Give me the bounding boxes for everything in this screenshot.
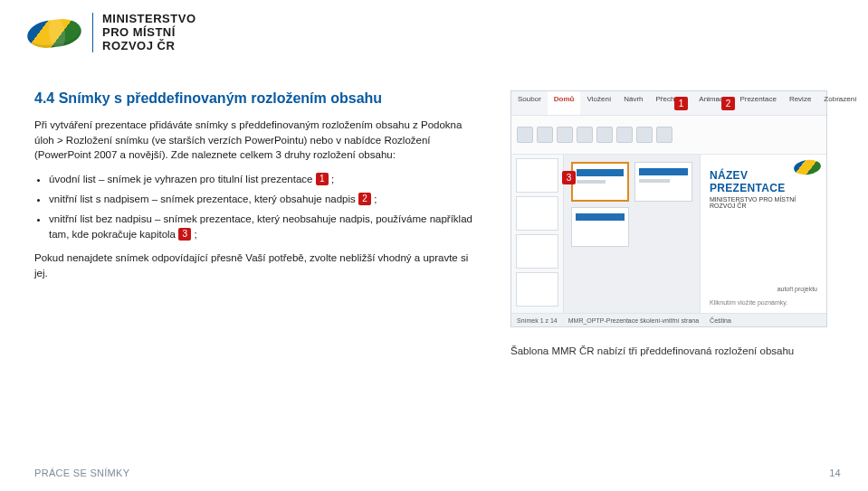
bullet-list: úvodní list – snímek je vyhrazen pro tit…	[34, 172, 478, 243]
slide-thumb	[516, 158, 558, 193]
footer-page-number: 14	[829, 467, 841, 478]
layout-gallery	[564, 155, 700, 313]
section-heading: 4.4 Snímky s předdefinovaným rozložením …	[34, 90, 478, 107]
paste-icon	[517, 127, 533, 143]
layout-option-section	[634, 162, 692, 202]
new-slide-icon	[537, 127, 553, 143]
status-bar: Snímek 1 z 14 MMR_OPTP-Prezentace školen…	[511, 313, 826, 326]
preview-author: autoři projektu	[710, 286, 817, 292]
ribbon-group	[636, 119, 653, 150]
status-slide-counter: Snímek 1 z 14	[517, 317, 558, 324]
page-header: MINISTERSTVO PRO MÍSTNÍ ROZVOJ ČR	[25, 13, 196, 53]
intro-paragraph: Při vytváření prezentace přidáváte snímk…	[34, 118, 478, 163]
layout-option-title	[571, 162, 629, 202]
bullet-text-post: ;	[194, 229, 196, 240]
slide-thumbnails	[511, 155, 564, 313]
preview-notes-hint: Kliknutím vložíte poznámky.	[710, 299, 817, 306]
shapes-icon	[616, 127, 633, 143]
layout-option-content	[571, 207, 629, 247]
figure-column: 1 2 3 Soubor Domů Vložení Návrh Přechody…	[510, 90, 841, 358]
bullet-text-post: ;	[331, 174, 334, 184]
bullet-text-pre: úvodní list – snímek je vyhrazen pro tit…	[49, 174, 316, 184]
ribbon-group	[577, 119, 593, 150]
ribbon-group	[557, 119, 573, 150]
ribbon-group	[656, 119, 672, 150]
find-icon	[656, 127, 672, 143]
header-divider	[92, 13, 93, 52]
ribbon-tab: Soubor	[511, 91, 548, 115]
org-line-2: PRO MÍSTNÍ	[102, 26, 196, 40]
org-line-3: ROZVOJ ČR	[102, 40, 196, 53]
org-name: MINISTERSTVO PRO MÍSTNÍ ROZVOJ ČR	[102, 13, 196, 53]
bullet-text-pre: vnitřní list bez nadpisu – snímek prezen…	[49, 213, 472, 241]
bullet-text-pre: vnitřní list s nadpisem – snímek prezent…	[49, 194, 358, 204]
figure-caption: Šablona MMR ČR nabízí tři předdefinovaná…	[510, 344, 841, 358]
ribbon-tab: Revize	[783, 91, 817, 115]
bullet-item: vnitřní list s nadpisem – snímek prezent…	[49, 192, 478, 208]
callout-2: 2	[721, 97, 735, 110]
powerpoint-screenshot: 1 2 3 Soubor Domů Vložení Návrh Přechody…	[510, 90, 827, 327]
inline-badge-2: 2	[358, 193, 371, 205]
ribbon-tab: Zobrazení	[817, 91, 863, 115]
ribbon-tabs: Soubor Domů Vložení Návrh Přechody Anima…	[511, 91, 826, 115]
ribbon-tab: Návrh	[617, 91, 649, 115]
callout-1: 1	[674, 97, 688, 110]
ribbon-tab: Vložení	[580, 91, 617, 115]
status-language: Čeština	[710, 317, 731, 324]
inline-badge-3: 3	[178, 228, 191, 241]
footer-section: PRÁCE SE SNÍMKY	[34, 467, 129, 478]
slide-thumb	[516, 272, 558, 307]
font-icon	[577, 127, 593, 143]
ribbon-group	[537, 119, 553, 150]
inline-badge-1: 1	[316, 173, 329, 185]
ribbon-group	[616, 119, 633, 150]
slide-thumb	[516, 234, 558, 269]
mmr-logo	[25, 14, 83, 51]
bullet-text-post: ;	[374, 194, 377, 204]
ribbon-groups	[511, 115, 826, 155]
bullet-item: úvodní list – snímek je vyhrazen pro tit…	[49, 172, 478, 188]
paragraph-icon	[596, 127, 613, 143]
ribbon-group	[596, 119, 613, 150]
org-line-1: MINISTERSTVO	[102, 13, 196, 26]
ribbon-tab-active: Domů	[548, 91, 581, 115]
status-template-name: MMR_OPTP-Prezentace školení-vnitřní stra…	[568, 317, 699, 324]
page-footer: PRÁCE SE SNÍMKY 14	[34, 467, 841, 478]
text-column: 4.4 Snímky s předdefinovaným rozložením …	[34, 90, 478, 358]
arrange-icon	[636, 127, 653, 143]
ribbon-tab: Prezentace	[733, 91, 782, 115]
bullet-item: vnitřní list bez nadpisu – snímek prezen…	[49, 212, 478, 244]
layout-icon	[557, 127, 573, 143]
callout-3: 3	[562, 171, 576, 184]
slide-thumb	[516, 196, 558, 231]
closing-paragraph: Pokud nenajdete snímek odpovídající přes…	[34, 250, 478, 280]
slide-preview: NÁZEV PREZENTACE MINISTERSTVO PRO MÍSTNÍ…	[700, 155, 826, 313]
mmr-logo-icon	[793, 158, 822, 176]
ribbon-group	[517, 119, 533, 150]
preview-subtitle: MINISTERSTVO PRO MÍSTNÍ ROZVOJ ČR	[710, 196, 817, 209]
